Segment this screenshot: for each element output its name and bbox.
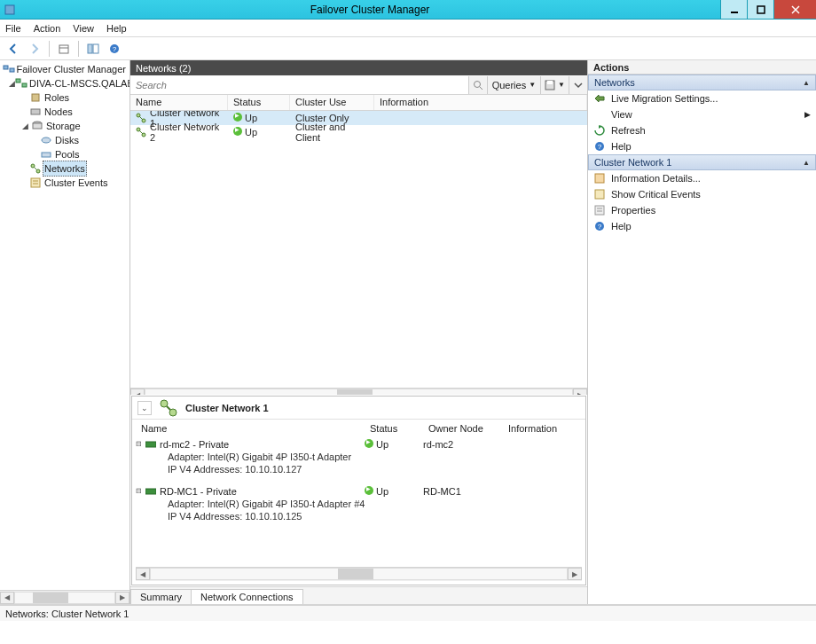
close-button[interactable] xyxy=(773,0,816,19)
tree-root[interactable]: Failover Cluster Manager xyxy=(2,62,128,76)
help-icon[interactable]: ? xyxy=(105,39,124,59)
svg-rect-7 xyxy=(88,44,92,53)
action-help-2[interactable]: ? Help xyxy=(588,218,816,234)
grid-header: Networks (2) xyxy=(130,60,587,75)
detail-tabs: Summary Network Connections xyxy=(130,586,587,604)
actions-header: Actions xyxy=(588,60,816,75)
action-critical-events[interactable]: Show Critical Events xyxy=(588,186,816,202)
search-input[interactable] xyxy=(130,76,468,94)
action-help[interactable]: ? Help xyxy=(588,138,816,154)
action-info-details[interactable]: Information Details... xyxy=(588,170,816,186)
events-icon xyxy=(593,189,606,200)
svg-rect-24 xyxy=(31,178,40,187)
grid-columns[interactable]: Name Status Cluster Use Information xyxy=(130,95,587,111)
actions-section-networks[interactable]: Networks▲ xyxy=(588,75,816,90)
svg-point-19 xyxy=(42,137,51,143)
tree-pools[interactable]: Pools xyxy=(2,147,128,161)
actions-panel: Actions Networks▲ Live Migration Setting… xyxy=(587,60,816,604)
svg-line-33 xyxy=(139,116,143,120)
help-icon: ? xyxy=(593,141,606,152)
svg-point-38 xyxy=(169,409,177,416)
menu-action[interactable]: Action xyxy=(34,23,61,34)
svg-line-23 xyxy=(34,167,37,170)
svg-rect-20 xyxy=(42,153,51,157)
help-icon: ? xyxy=(593,221,606,232)
svg-line-39 xyxy=(167,406,170,410)
tree-events[interactable]: Cluster Events xyxy=(2,176,128,190)
tree-storage[interactable]: ◢ Storage xyxy=(2,119,128,133)
action-live-migration[interactable]: Live Migration Settings... xyxy=(588,90,816,106)
save-query-button[interactable]: ▼ xyxy=(540,76,569,94)
menu-view[interactable]: View xyxy=(73,23,94,34)
detail-h-scrollbar[interactable]: ◀▶ xyxy=(136,567,582,581)
queries-dropdown[interactable]: Queries ▼ xyxy=(487,76,540,94)
nav-tree-panel: Failover Cluster Manager ◢ DIVA-CL-MSCS.… xyxy=(0,60,130,604)
tree-roles[interactable]: Roles xyxy=(2,90,128,105)
grid-h-scrollbar[interactable]: ◀▶ xyxy=(130,388,587,395)
svg-point-37 xyxy=(161,400,168,407)
svg-rect-18 xyxy=(33,123,42,129)
svg-text:?: ? xyxy=(113,45,117,53)
svg-rect-40 xyxy=(145,442,156,447)
tree-scrollbar[interactable]: ◀▶ xyxy=(0,590,129,604)
back-button[interactable] xyxy=(4,39,23,59)
details-icon xyxy=(593,173,606,184)
title-bar: Failover Cluster Manager xyxy=(0,0,816,20)
svg-rect-14 xyxy=(22,83,27,87)
svg-rect-12 xyxy=(10,68,14,72)
center-panel: Networks (2) Queries ▼ ▼ Name Status Clu… xyxy=(130,60,587,604)
tab-network-connections[interactable]: Network Connections xyxy=(191,589,303,604)
svg-rect-45 xyxy=(595,174,604,183)
svg-rect-8 xyxy=(93,44,98,53)
action-properties[interactable]: Properties xyxy=(588,202,816,218)
forward-button[interactable] xyxy=(25,39,44,59)
svg-rect-0 xyxy=(5,5,14,14)
svg-text:?: ? xyxy=(598,143,602,151)
collapse-detail-button[interactable]: ⌄ xyxy=(137,401,152,415)
action-refresh[interactable]: Refresh xyxy=(588,122,816,138)
minimize-button[interactable] xyxy=(720,0,747,19)
migrate-icon xyxy=(593,93,606,104)
grid-row[interactable]: Cluster Network 2 Up Cluster and Client xyxy=(130,125,587,139)
network-icon xyxy=(159,398,178,418)
tab-summary[interactable]: Summary xyxy=(130,589,192,604)
svg-line-36 xyxy=(139,130,143,134)
menu-bar: File Action View Help xyxy=(0,20,816,37)
expand-button[interactable] xyxy=(569,76,587,94)
search-icon[interactable] xyxy=(468,76,487,94)
detail-item[interactable]: ⊟ rd-mc2 - Private Up rd-mc2 Adapter: In… xyxy=(136,437,582,475)
tree-nodes[interactable]: Nodes xyxy=(2,105,128,119)
col-status[interactable]: Status xyxy=(228,95,290,110)
svg-rect-30 xyxy=(547,81,553,84)
svg-line-28 xyxy=(480,87,483,90)
svg-rect-15 xyxy=(32,94,39,101)
svg-rect-2 xyxy=(757,6,765,13)
svg-rect-16 xyxy=(31,109,40,114)
col-name[interactable]: Name xyxy=(130,95,228,110)
app-icon xyxy=(0,4,20,16)
menu-help[interactable]: Help xyxy=(106,23,127,34)
tree-networks[interactable]: Networks xyxy=(2,161,128,176)
show-hide-tree-button[interactable] xyxy=(83,39,103,59)
up-button[interactable] xyxy=(54,39,74,59)
svg-rect-47 xyxy=(595,206,604,215)
svg-rect-46 xyxy=(595,190,604,199)
svg-rect-11 xyxy=(4,66,8,69)
svg-text:?: ? xyxy=(598,223,602,231)
tree-cluster[interactable]: ◢ DIVA-CL-MSCS.QALAB.FPD xyxy=(2,76,128,90)
tree-disks[interactable]: Disks xyxy=(2,133,128,147)
svg-point-27 xyxy=(474,81,480,87)
action-view[interactable]: View ▶ xyxy=(588,106,816,122)
svg-rect-5 xyxy=(59,45,68,53)
detail-title: Cluster Network 1 xyxy=(185,403,269,413)
actions-section-selected[interactable]: Cluster Network 1▲ xyxy=(588,154,816,170)
detail-panel: ⌄ Cluster Network 1 Name Status Owner No… xyxy=(131,396,586,585)
toolbar: ? xyxy=(0,37,816,60)
refresh-icon xyxy=(593,125,606,136)
col-info[interactable]: Information xyxy=(374,95,587,110)
col-use[interactable]: Cluster Use xyxy=(290,95,374,110)
maximize-button[interactable] xyxy=(747,0,773,19)
detail-item[interactable]: ⊟ RD-MC1 - Private Up RD-MC1 Adapter: In… xyxy=(136,484,582,522)
menu-file[interactable]: File xyxy=(5,23,21,34)
status-bar: Networks: Cluster Network 1 xyxy=(0,605,816,621)
